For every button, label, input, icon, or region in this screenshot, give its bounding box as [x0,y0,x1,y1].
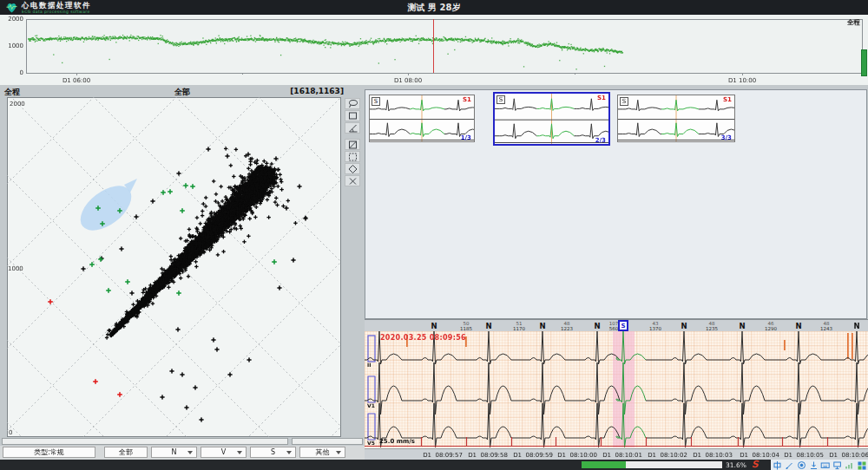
time-label: D1 08:09:57 [423,452,463,459]
lasso-select [347,99,358,109]
tool-marquee-select[interactable] [345,151,360,162]
rr-trend-chart[interactable] [0,15,868,85]
time-label: D1 08:10:00 [557,452,597,459]
beat-label-n[interactable]: N [853,322,859,330]
scatter-header: 全程 全部 [1618,1163] [0,85,365,97]
time-label: D1 08:10:03 [693,452,733,459]
beat-measure: 501185 [460,321,472,331]
network-icon[interactable] [845,460,855,470]
beat-annotation-bar: N501185N511170N481223N107560S431370N4812… [365,319,868,331]
beat-label-s[interactable]: S [619,321,628,330]
ecg-timestamp: 2020.03.25 08:09:56 [380,334,466,342]
filter-all-button[interactable]: 全部 [104,447,148,458]
beat-label-n[interactable]: N [681,322,687,330]
statusbar: 31.6% S [0,460,868,470]
template-panel: SS11/3SS12/3SS13/3 [365,89,867,319]
time-label: D1 08:10:06 [829,452,868,459]
template-tag-label: S1 [597,95,606,101]
template-card[interactable]: SS11/3 [369,95,475,142]
app-logo-icon [5,2,18,14]
template-class-badge: S [620,97,628,106]
beat-label-n[interactable]: N [431,322,437,330]
beat-measure: 481243 [820,321,832,331]
scatter-hscrollbar-right[interactable] [292,438,363,445]
rect-select [347,111,358,121]
chevron-down-icon [187,451,193,454]
download-icon[interactable] [808,460,819,470]
beat-label-n[interactable]: N [795,322,801,330]
beat-label-n[interactable]: N [539,322,545,330]
template-class-badge: S [496,95,505,104]
titlebar: 心电数据处理软件 ECG data processing software 测试… [0,0,868,15]
tool-angle-measure[interactable] [345,122,360,134]
scatter-toolbar [345,98,362,186]
template-tag-label: S1 [723,96,732,103]
time-label: D1 08:10:01 [602,452,642,459]
beat-measure: 481223 [561,321,573,331]
analysis-progress-bar [582,461,722,468]
template-card[interactable]: SS13/3 [617,95,735,142]
template-class-badge: S [372,97,380,106]
beat-measure: 107560 [609,321,619,331]
pen-icon[interactable] [785,460,795,470]
time-label: D1 08:09:58 [468,452,508,459]
ecg-time-axis: D1 08:09:57D1 08:09:58D1 08:09:59D1 08:1… [365,448,868,460]
tool-rect-select[interactable] [345,110,360,121]
tool-delete-x[interactable] [345,175,360,186]
beat-type-button[interactable]: 类型:常规 [3,447,95,458]
monitor-icon[interactable] [832,460,843,470]
chevron-down-icon [286,451,292,454]
delete-x [347,176,358,186]
scatter-hscrollbar[interactable] [2,438,288,445]
system-tray [771,460,868,470]
template-card[interactable]: SS12/3 [493,92,610,146]
tool-diamond-marker[interactable] [345,163,360,174]
marquee-select [347,152,358,162]
record-icon[interactable] [797,460,807,470]
app-title: 心电数据处理软件 [22,2,91,10]
beat-measure: 481235 [706,321,718,331]
template-page-indicator: 3/3 [721,134,732,141]
template-ecg-canvas [370,95,474,141]
angle-measure [347,123,358,134]
keyboard-icon[interactable] [820,460,831,470]
time-label: D1 08:10:05 [784,452,824,459]
beat-label-n[interactable]: N [594,322,600,330]
filter-dropdown-4[interactable]: 其他 [299,447,345,458]
template-ecg-canvas [495,94,608,144]
diamond-marker [347,164,358,174]
time-label: D1 08:10:02 [648,452,687,459]
grid-icon[interactable] [856,460,866,470]
filter-dropdown-3[interactable]: S [250,447,296,458]
template-page-indicator: 1/3 [461,134,471,141]
ime-chinese-icon[interactable] [773,460,783,470]
poincare-plot[interactable] [7,97,341,437]
trend-scrollbar-thumb[interactable] [861,49,867,76]
beat-measure: 461290 [765,321,777,331]
template-ecg-canvas [618,95,734,141]
tool-diagonal-split[interactable] [345,139,360,150]
beat-measure: 431370 [649,321,661,331]
scatter-coords-readout: [1618,1163] [290,87,344,95]
template-page-indicator: 2/3 [595,137,606,144]
beat-filter-bar: 类型:常规全部NVS其他 [0,446,365,460]
beat-label-n[interactable]: N [485,322,491,330]
sogou-input-icon[interactable]: S [752,459,759,470]
ecg-strip-canvas[interactable] [365,331,868,448]
filter-dropdown-1[interactable]: N [151,447,197,458]
chevron-down-icon [237,451,242,454]
filter-dropdown-2[interactable]: V [201,447,247,458]
chevron-down-icon [336,451,341,454]
trend-range-label: 全程 [847,18,860,27]
time-label: D1 08:10:04 [740,452,779,459]
template-tag-label: S1 [463,96,471,103]
beat-label-n[interactable]: N [739,322,745,330]
tool-lasso-select[interactable] [345,98,360,109]
ecg-speed-label: 25.0 mm/s [379,438,415,445]
progress-percent-label: 31.6% [726,461,746,469]
app-subtitle: ECG data processing software [22,10,91,14]
rr-trend-panel: 全程 [0,15,868,85]
patient-info: 测试 男 28岁 [408,2,461,14]
time-label: D1 08:09:59 [513,452,553,459]
analysis-progress-fill [582,461,626,468]
